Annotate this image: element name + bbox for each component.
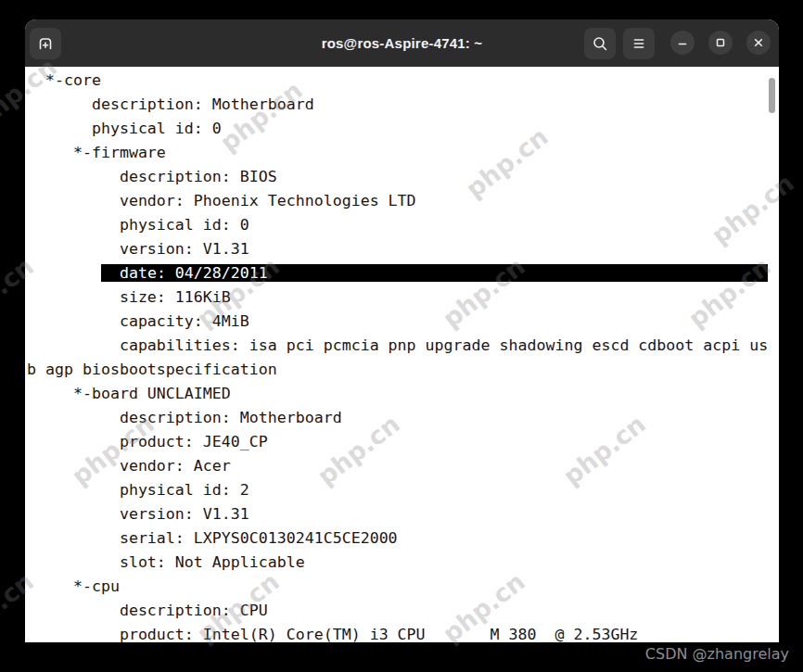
terminal-line: physical id: 0	[27, 213, 779, 237]
desktop-background: { "window": { "title": "ros@ros-Aspire-4…	[0, 0, 803, 672]
terminal-line: description: BIOS	[27, 165, 779, 189]
search-highlight: date: 04/28/2011	[101, 264, 768, 282]
scrollbar-thumb[interactable]	[769, 78, 775, 113]
terminal-line: physical id: 0	[27, 117, 779, 141]
terminal-line: product: JE40_CP	[27, 430, 779, 454]
terminal-line: *-board UNCLAIMED	[27, 382, 779, 406]
terminal-line: capacity: 4MiB	[27, 310, 779, 334]
terminal-output: *-core description: Motherboard physical…	[27, 69, 779, 642]
terminal-window: ros@ros-Aspire-4741: ~	[25, 19, 779, 642]
terminal-line: vendor: Phoenix Technologies LTD	[27, 189, 779, 213]
terminal-line: description: CPU	[27, 599, 779, 623]
terminal-line: *-core	[27, 69, 779, 93]
terminal-screen[interactable]: *-core description: Motherboard physical…	[25, 67, 779, 642]
terminal-line: version: V1.31	[27, 502, 779, 526]
terminal-line: version: V1.31	[27, 237, 779, 261]
search-button[interactable]	[584, 28, 616, 59]
terminal-line: description: Motherboard	[27, 406, 779, 430]
terminal-line: *-firmware	[27, 141, 779, 165]
menu-button[interactable]	[623, 28, 655, 59]
close-icon	[751, 35, 766, 50]
terminal-line: slot: Not Applicable	[27, 551, 779, 575]
terminal-line: physical id: 2	[27, 478, 779, 502]
search-icon	[591, 34, 609, 53]
csdn-credit-watermark: CSDN @zhangrelay	[645, 645, 789, 663]
hamburger-menu-icon	[630, 34, 648, 53]
terminal-line: vendor: Acer	[27, 454, 779, 478]
minimize-icon	[675, 35, 690, 50]
window-title: ros@ros-Aspire-4741: ~	[25, 19, 779, 67]
maximize-icon	[713, 35, 728, 50]
highlight-prefix	[27, 264, 101, 282]
terminal-line: product: Intel(R) Core(TM) i3 CPU M 380 …	[27, 623, 779, 642]
terminal-line: capabilities: isa pci pcmcia pnp upgrade…	[27, 334, 779, 358]
terminal-line: date: 04/28/2011	[27, 261, 779, 285]
minimize-button[interactable]	[670, 31, 695, 55]
terminal-line: size: 116KiB	[27, 285, 779, 310]
terminal-line: serial: LXPYS0C0130241C5CE2000	[27, 526, 779, 551]
titlebar[interactable]: ros@ros-Aspire-4741: ~	[25, 19, 779, 67]
close-button[interactable]	[746, 31, 771, 55]
maximize-button[interactable]	[708, 31, 733, 55]
terminal-line: b agp biosbootspecification	[27, 358, 779, 382]
terminal-line: *-cpu	[27, 575, 779, 599]
terminal-line: description: Motherboard	[27, 93, 779, 117]
